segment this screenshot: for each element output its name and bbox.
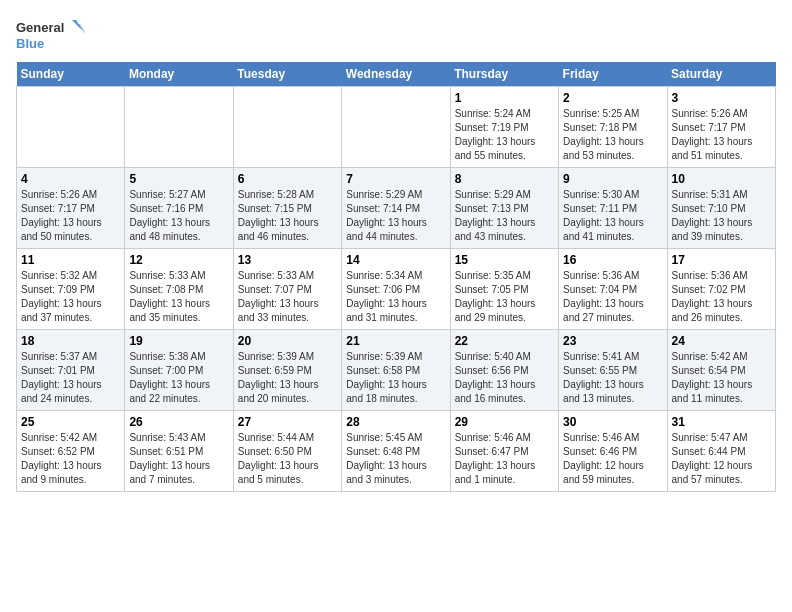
day-number: 11 [21, 253, 120, 267]
calendar-cell: 17Sunrise: 5:36 AM Sunset: 7:02 PM Dayli… [667, 249, 775, 330]
calendar-cell: 15Sunrise: 5:35 AM Sunset: 7:05 PM Dayli… [450, 249, 558, 330]
day-number: 15 [455, 253, 554, 267]
day-info: Sunrise: 5:31 AM Sunset: 7:10 PM Dayligh… [672, 188, 771, 244]
svg-text:Blue: Blue [16, 36, 44, 51]
day-info: Sunrise: 5:35 AM Sunset: 7:05 PM Dayligh… [455, 269, 554, 325]
calendar-cell: 24Sunrise: 5:42 AM Sunset: 6:54 PM Dayli… [667, 330, 775, 411]
day-info: Sunrise: 5:27 AM Sunset: 7:16 PM Dayligh… [129, 188, 228, 244]
day-info: Sunrise: 5:41 AM Sunset: 6:55 PM Dayligh… [563, 350, 662, 406]
day-info: Sunrise: 5:42 AM Sunset: 6:52 PM Dayligh… [21, 431, 120, 487]
day-number: 6 [238, 172, 337, 186]
day-info: Sunrise: 5:29 AM Sunset: 7:13 PM Dayligh… [455, 188, 554, 244]
calendar-cell: 5Sunrise: 5:27 AM Sunset: 7:16 PM Daylig… [125, 168, 233, 249]
calendar-week-row: 1Sunrise: 5:24 AM Sunset: 7:19 PM Daylig… [17, 87, 776, 168]
day-number: 26 [129, 415, 228, 429]
svg-text:General: General [16, 20, 64, 35]
day-number: 9 [563, 172, 662, 186]
calendar-cell: 28Sunrise: 5:45 AM Sunset: 6:48 PM Dayli… [342, 411, 450, 492]
weekday-header-monday: Monday [125, 62, 233, 87]
calendar-cell [342, 87, 450, 168]
day-info: Sunrise: 5:32 AM Sunset: 7:09 PM Dayligh… [21, 269, 120, 325]
day-number: 30 [563, 415, 662, 429]
day-info: Sunrise: 5:26 AM Sunset: 7:17 PM Dayligh… [672, 107, 771, 163]
day-number: 16 [563, 253, 662, 267]
day-info: Sunrise: 5:43 AM Sunset: 6:51 PM Dayligh… [129, 431, 228, 487]
calendar-cell: 22Sunrise: 5:40 AM Sunset: 6:56 PM Dayli… [450, 330, 558, 411]
day-number: 20 [238, 334, 337, 348]
day-number: 4 [21, 172, 120, 186]
calendar-cell: 20Sunrise: 5:39 AM Sunset: 6:59 PM Dayli… [233, 330, 341, 411]
calendar-cell: 4Sunrise: 5:26 AM Sunset: 7:17 PM Daylig… [17, 168, 125, 249]
calendar-cell: 7Sunrise: 5:29 AM Sunset: 7:14 PM Daylig… [342, 168, 450, 249]
day-info: Sunrise: 5:26 AM Sunset: 7:17 PM Dayligh… [21, 188, 120, 244]
day-number: 18 [21, 334, 120, 348]
calendar-cell [17, 87, 125, 168]
day-number: 21 [346, 334, 445, 348]
day-info: Sunrise: 5:39 AM Sunset: 6:59 PM Dayligh… [238, 350, 337, 406]
day-number: 23 [563, 334, 662, 348]
calendar-cell [233, 87, 341, 168]
day-info: Sunrise: 5:44 AM Sunset: 6:50 PM Dayligh… [238, 431, 337, 487]
calendar-week-row: 25Sunrise: 5:42 AM Sunset: 6:52 PM Dayli… [17, 411, 776, 492]
calendar-cell: 29Sunrise: 5:46 AM Sunset: 6:47 PM Dayli… [450, 411, 558, 492]
calendar-cell: 11Sunrise: 5:32 AM Sunset: 7:09 PM Dayli… [17, 249, 125, 330]
calendar-cell: 8Sunrise: 5:29 AM Sunset: 7:13 PM Daylig… [450, 168, 558, 249]
logo: General Blue [16, 16, 86, 58]
calendar-week-row: 18Sunrise: 5:37 AM Sunset: 7:01 PM Dayli… [17, 330, 776, 411]
day-info: Sunrise: 5:47 AM Sunset: 6:44 PM Dayligh… [672, 431, 771, 487]
calendar-cell: 14Sunrise: 5:34 AM Sunset: 7:06 PM Dayli… [342, 249, 450, 330]
weekday-header-friday: Friday [559, 62, 667, 87]
calendar-cell: 18Sunrise: 5:37 AM Sunset: 7:01 PM Dayli… [17, 330, 125, 411]
day-number: 14 [346, 253, 445, 267]
day-info: Sunrise: 5:46 AM Sunset: 6:47 PM Dayligh… [455, 431, 554, 487]
page-header: General Blue [16, 16, 776, 58]
day-number: 1 [455, 91, 554, 105]
day-info: Sunrise: 5:33 AM Sunset: 7:07 PM Dayligh… [238, 269, 337, 325]
calendar-cell: 26Sunrise: 5:43 AM Sunset: 6:51 PM Dayli… [125, 411, 233, 492]
day-info: Sunrise: 5:36 AM Sunset: 7:04 PM Dayligh… [563, 269, 662, 325]
day-number: 13 [238, 253, 337, 267]
day-info: Sunrise: 5:25 AM Sunset: 7:18 PM Dayligh… [563, 107, 662, 163]
day-number: 12 [129, 253, 228, 267]
day-number: 25 [21, 415, 120, 429]
day-number: 17 [672, 253, 771, 267]
calendar-cell: 12Sunrise: 5:33 AM Sunset: 7:08 PM Dayli… [125, 249, 233, 330]
weekday-header-thursday: Thursday [450, 62, 558, 87]
day-number: 8 [455, 172, 554, 186]
calendar-week-row: 11Sunrise: 5:32 AM Sunset: 7:09 PM Dayli… [17, 249, 776, 330]
day-info: Sunrise: 5:29 AM Sunset: 7:14 PM Dayligh… [346, 188, 445, 244]
logo-svg: General Blue [16, 16, 86, 58]
day-info: Sunrise: 5:24 AM Sunset: 7:19 PM Dayligh… [455, 107, 554, 163]
day-number: 28 [346, 415, 445, 429]
day-info: Sunrise: 5:33 AM Sunset: 7:08 PM Dayligh… [129, 269, 228, 325]
day-number: 19 [129, 334, 228, 348]
calendar-cell: 13Sunrise: 5:33 AM Sunset: 7:07 PM Dayli… [233, 249, 341, 330]
calendar-cell: 16Sunrise: 5:36 AM Sunset: 7:04 PM Dayli… [559, 249, 667, 330]
day-info: Sunrise: 5:30 AM Sunset: 7:11 PM Dayligh… [563, 188, 662, 244]
day-info: Sunrise: 5:36 AM Sunset: 7:02 PM Dayligh… [672, 269, 771, 325]
calendar-cell: 6Sunrise: 5:28 AM Sunset: 7:15 PM Daylig… [233, 168, 341, 249]
calendar-cell: 19Sunrise: 5:38 AM Sunset: 7:00 PM Dayli… [125, 330, 233, 411]
day-number: 31 [672, 415, 771, 429]
calendar-cell: 30Sunrise: 5:46 AM Sunset: 6:46 PM Dayli… [559, 411, 667, 492]
day-number: 5 [129, 172, 228, 186]
svg-marker-3 [76, 24, 86, 34]
calendar-cell: 1Sunrise: 5:24 AM Sunset: 7:19 PM Daylig… [450, 87, 558, 168]
day-info: Sunrise: 5:28 AM Sunset: 7:15 PM Dayligh… [238, 188, 337, 244]
calendar-cell: 9Sunrise: 5:30 AM Sunset: 7:11 PM Daylig… [559, 168, 667, 249]
calendar-cell: 3Sunrise: 5:26 AM Sunset: 7:17 PM Daylig… [667, 87, 775, 168]
day-number: 27 [238, 415, 337, 429]
calendar-cell: 21Sunrise: 5:39 AM Sunset: 6:58 PM Dayli… [342, 330, 450, 411]
day-number: 3 [672, 91, 771, 105]
calendar-week-row: 4Sunrise: 5:26 AM Sunset: 7:17 PM Daylig… [17, 168, 776, 249]
day-info: Sunrise: 5:39 AM Sunset: 6:58 PM Dayligh… [346, 350, 445, 406]
weekday-header-tuesday: Tuesday [233, 62, 341, 87]
day-number: 29 [455, 415, 554, 429]
calendar-table: SundayMondayTuesdayWednesdayThursdayFrid… [16, 62, 776, 492]
day-info: Sunrise: 5:40 AM Sunset: 6:56 PM Dayligh… [455, 350, 554, 406]
day-info: Sunrise: 5:34 AM Sunset: 7:06 PM Dayligh… [346, 269, 445, 325]
day-number: 24 [672, 334, 771, 348]
weekday-header-row: SundayMondayTuesdayWednesdayThursdayFrid… [17, 62, 776, 87]
calendar-cell: 25Sunrise: 5:42 AM Sunset: 6:52 PM Dayli… [17, 411, 125, 492]
day-number: 7 [346, 172, 445, 186]
